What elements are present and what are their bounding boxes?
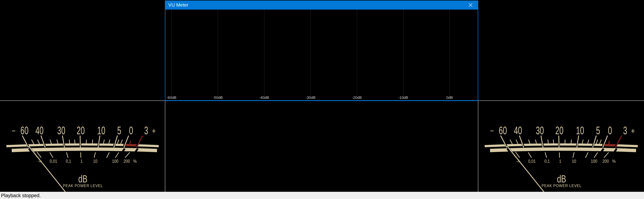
scale-number: 40 (514, 124, 522, 136)
minor-tick (32, 140, 34, 144)
db-axis-label: -20dB (352, 96, 362, 100)
lower-scale-band (12, 149, 157, 151)
status-bar: Playback stopped. (0, 192, 644, 199)
percent-tick (50, 152, 53, 158)
vu-meter-window: VU Meter -60dB-50dB-40dB-30dB-20dB-10dB0… (165, 0, 478, 101)
minor-tick (565, 140, 565, 144)
db-axis-label: -10dB (398, 96, 408, 100)
percent-tick (94, 152, 96, 158)
minor-tick (596, 140, 598, 144)
left-panel-separator (165, 101, 165, 192)
db-axis-label: -50dB (213, 96, 223, 100)
percent-scale-label: 1 (559, 158, 561, 164)
scale-minus-sign: − (490, 126, 494, 136)
scale-number: 10 (97, 124, 105, 136)
scale-number: 20 (77, 124, 85, 136)
db-gridline (403, 10, 404, 96)
percent-scale-label: % (133, 158, 136, 164)
minor-tick (50, 140, 52, 144)
scale-number: 40 (36, 124, 44, 136)
scale-number: 30 (57, 124, 65, 136)
percent-tick (586, 152, 588, 158)
minor-tick (120, 140, 122, 144)
db-axis-label: -40dB (259, 96, 269, 100)
meter-caption: PEAK POWER LEVEL (542, 184, 582, 188)
percent-scale-label: 200 (124, 158, 130, 164)
minor-tick (516, 140, 518, 144)
scale-number: 10 (576, 124, 584, 136)
scale-number: 5 (596, 124, 600, 136)
db-gridline (218, 10, 218, 96)
scale-number: 5 (117, 124, 121, 136)
db-axis-label: -30dB (306, 96, 316, 100)
percent-tick (573, 152, 574, 158)
minor-tick (117, 140, 119, 144)
percent-tick (604, 152, 608, 158)
db-gridline (357, 10, 357, 96)
minor-tick (75, 140, 75, 144)
percent-tick (559, 152, 560, 158)
percent-tick (125, 152, 130, 158)
main-tick (559, 136, 559, 148)
percent-scale-label: 0,01 (50, 158, 57, 164)
vu-meter-right-channel: −6040302010503+-∞0,010,1110100200%dBPEAK… (478, 101, 644, 192)
minor-tick (528, 140, 530, 144)
percent-scale-label: 0,1 (544, 158, 550, 164)
percent-tick (115, 152, 119, 158)
vu-meter-display-area: -60dB-50dB-40dB-30dB-20dB-10dB0dB (166, 10, 478, 100)
meter-caption: PEAK POWER LEVEL (63, 184, 103, 188)
percent-tick (107, 152, 109, 158)
minor-tick (86, 140, 86, 144)
percent-scale-label: % (612, 158, 616, 164)
window-title-bar[interactable]: VU Meter (166, 0, 478, 10)
unit-label: dB (78, 173, 88, 184)
percent-scale-label: 0,01 (528, 158, 536, 164)
window-title: VU Meter (166, 2, 188, 8)
db-axis-label: -60dB (166, 96, 176, 100)
scale-plus-sign: + (152, 126, 156, 136)
percent-scale-label: 200 (602, 158, 609, 164)
minor-tick (600, 140, 601, 144)
percent-scale-label: 1 (80, 158, 83, 164)
db-gridline (310, 10, 311, 96)
percent-scale-label: 100 (112, 158, 118, 164)
vu-meter-left-channel: −6040302010503+-∞0,010,1110100200%dBPEAK… (0, 101, 165, 192)
unit-label: dB (557, 173, 566, 184)
percent-tick (594, 152, 598, 158)
percent-scale-label: 10 (93, 158, 97, 164)
scale-number: 3 (623, 124, 627, 136)
status-text: Playback stopped. (0, 193, 41, 198)
minor-tick (38, 140, 40, 144)
analog-vu-meter-left: −6040302010503+-∞0,010,1110100200%dBPEAK… (0, 101, 165, 192)
scale-number: 0 (129, 124, 133, 136)
scale-plus-sign: + (631, 126, 635, 136)
lower-scale-band (490, 149, 636, 151)
scale-number: 60 (499, 124, 507, 136)
scale-number: 3 (144, 124, 148, 136)
scale-number: 20 (555, 124, 564, 136)
percent-scale-label: 100 (591, 158, 597, 164)
needle (507, 146, 544, 192)
scale-number: 30 (536, 124, 544, 136)
close-button[interactable] (463, 0, 478, 10)
scale-number: 0 (608, 124, 612, 136)
analog-vu-meter-right: −6040302010503+-∞0,010,1110100200%dBPEAK… (478, 101, 644, 192)
scale-minus-sign: − (12, 126, 16, 136)
db-gridline (264, 10, 264, 96)
percent-tick (545, 152, 547, 158)
minor-tick (510, 140, 512, 144)
percent-tick (66, 152, 68, 158)
scale-number: 60 (20, 124, 28, 136)
minor-tick (553, 140, 554, 144)
percent-scale-label: 10 (572, 158, 576, 164)
db-axis-label: 0dB (446, 96, 453, 100)
percent-scale-label: 0,1 (66, 158, 71, 164)
needle (29, 146, 66, 192)
db-gridline (450, 10, 450, 96)
app-screen: −6040302010503+-∞0,010,1110100200%dBPEAK… (0, 0, 644, 199)
close-icon (468, 3, 473, 7)
percent-tick (528, 152, 532, 158)
